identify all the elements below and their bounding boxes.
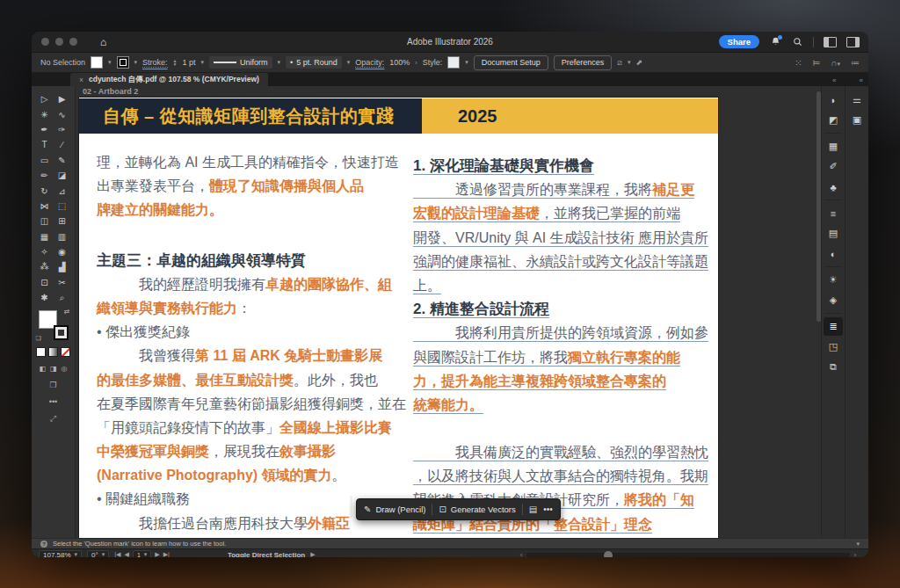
default-fill-stroke-icon[interactable]: ❏ (36, 335, 41, 342)
export-panel-icon[interactable]: ◳ (824, 338, 843, 356)
stroke-weight-value[interactable]: 1 pt (183, 58, 196, 67)
stroke-chevron-down-icon[interactable]: ▾ (134, 59, 138, 66)
gradient-panel-icon[interactable]: ▤ (824, 224, 843, 243)
scroll-right-icon[interactable]: › (854, 552, 856, 557)
gradient-swatch-panel-icon[interactable]: ◩ (824, 111, 843, 129)
draw-pencil-button[interactable]: ✎ Draw (Pencil) (364, 505, 425, 514)
snap-options-icon[interactable]: ∩▾ (831, 58, 840, 68)
search-icon[interactable] (791, 36, 803, 48)
type-tool-icon[interactable]: T (41, 140, 47, 149)
fill-stroke-indicator[interactable]: ⇄ ❏ (39, 310, 69, 340)
share-button[interactable]: Share (719, 35, 759, 48)
zoom-level-select[interactable]: 107.58%▾ (39, 550, 82, 558)
none-button[interactable] (61, 347, 70, 357)
first-artboard-icon[interactable]: |◀ (114, 551, 120, 557)
stroke-weight-chevron-icon[interactable]: ▾ (201, 59, 205, 66)
gradient-button[interactable] (48, 347, 58, 357)
rectangle-tool-icon[interactable]: ▭ (40, 156, 48, 165)
style-swatch[interactable] (447, 56, 460, 69)
stroke-color-swatch[interactable] (117, 56, 129, 69)
swatches-panel-icon[interactable]: ▦ (824, 137, 843, 156)
document-tab[interactable]: × cdyuntech 自傳.pdf @ 107.58 % (CMYK/Prev… (70, 73, 268, 86)
artboards-panel-icon[interactable]: ⧉ (824, 358, 843, 376)
collapse-panels-icon[interactable]: « (832, 76, 836, 84)
document-setup-button[interactable]: Document Setup (474, 55, 548, 70)
workspace-layout-icon[interactable] (824, 37, 837, 47)
direct-selection-tool-icon[interactable]: ▷ (41, 94, 48, 104)
eraser-tool-icon[interactable]: ◪ (58, 171, 66, 180)
appearance-panel-icon[interactable]: ☀ (824, 271, 843, 289)
notifications-bell-icon[interactable] (769, 36, 781, 48)
brush-chevron-icon[interactable]: ▾ (347, 59, 351, 66)
graphic-styles-panel-icon[interactable]: ◈ (824, 291, 843, 309)
stroke-proxy-swatch[interactable] (54, 325, 69, 340)
close-tab-icon[interactable]: × (79, 76, 83, 84)
horizontal-scrollbar[interactable] (526, 553, 849, 557)
grid-options-icon[interactable]: ⁙ (795, 58, 802, 68)
variable-width-chevron-icon[interactable]: ▾ (278, 59, 281, 66)
swap-fill-stroke-icon[interactable]: ⇄ (64, 308, 70, 316)
color-button[interactable] (36, 347, 46, 357)
artboard-label[interactable]: 02 - Artboard 2 (83, 87, 138, 96)
rotate-tool-icon[interactable]: ↻ (40, 186, 47, 196)
blend-tool-icon[interactable]: ◉ (58, 247, 66, 257)
collapse-panels-icon-2[interactable]: « (860, 76, 863, 84)
fill-chevron-down-icon[interactable]: ▾ (108, 59, 112, 66)
align-options-icon[interactable]: ⊨ (813, 58, 821, 68)
opacity-label[interactable]: Opacity: (355, 58, 384, 68)
next-artboard-icon[interactable]: ▶ (155, 551, 159, 557)
perspective-grid-tool-icon[interactable]: ⊞ (58, 216, 65, 226)
pen-tool-icon[interactable]: ✒ (40, 125, 47, 134)
opacity-expand-icon[interactable]: › (415, 60, 417, 66)
canvas-area[interactable]: 02 - Artboard 2 自傳 – 從知識矩陣到整合設計的實踐 2025 … (76, 86, 822, 538)
hand-tool-icon[interactable]: ✱ (40, 293, 47, 302)
artboard-number-field[interactable]: 1▾ (133, 550, 151, 558)
slice-tool-icon[interactable]: ✂ (58, 278, 65, 287)
artboard-tool-icon[interactable]: ⊡ (40, 278, 47, 287)
lasso-tool-icon[interactable]: ∿ (58, 110, 65, 120)
more-options-icon[interactable]: ••• (543, 505, 553, 514)
draw-normal-mode-icon[interactable]: ◧ (39, 365, 46, 373)
draw-behind-mode-icon[interactable]: ◨ (50, 365, 57, 373)
brushes-panel-icon[interactable]: ✐ (824, 157, 843, 176)
horizontal-scrollbar-thumb[interactable] (604, 551, 613, 557)
selection-tool-icon[interactable]: ▶ (59, 94, 66, 104)
column-graph-tool-icon[interactable]: ▟ (59, 262, 66, 272)
draw-inside-mode-icon[interactable]: ◎ (62, 365, 68, 373)
screen-mode-icon[interactable]: ❐ (49, 381, 56, 389)
eyedropper-tool-icon[interactable]: ✧ (40, 247, 47, 257)
edit-toolbar-icon[interactable]: ••• (49, 397, 57, 406)
isolate-icon[interactable]: ⧄ (617, 58, 622, 68)
previous-artboard-icon[interactable]: ◀ (124, 551, 128, 557)
brush-select[interactable]: •5 pt. Round (286, 56, 342, 69)
stroke-label[interactable]: Stroke: (142, 58, 168, 68)
share-document-icon[interactable]: ⬈ (636, 58, 643, 67)
opacity-value[interactable]: 100% (389, 58, 410, 67)
layers-panel-icon[interactable]: ≣ (824, 317, 843, 336)
shape-builder-tool-icon[interactable]: ◫ (40, 216, 48, 226)
image-trace-icon[interactable]: ▤ (529, 505, 537, 514)
libraries-panel-icon[interactable]: ▣ (847, 111, 867, 129)
isolate-chevron-icon[interactable]: ▾ (628, 59, 631, 66)
free-transform-tool-icon[interactable]: ⬚ (58, 201, 66, 211)
symbol-sprayer-tool-icon[interactable]: ⁂ (40, 262, 49, 272)
transparency-panel-icon[interactable]: ◐ (824, 244, 843, 263)
zoom-tool-icon[interactable]: ⌕ (60, 293, 65, 303)
gradient-tool-icon[interactable]: ▥ (58, 232, 66, 242)
paintbrush-tool-icon[interactable]: ✎ (58, 156, 65, 165)
color-panel-icon[interactable]: ◗ (824, 91, 843, 109)
collapse-tools-icon[interactable]: ⤢ (50, 414, 56, 424)
mesh-tool-icon[interactable]: ▦ (40, 232, 48, 242)
width-tool-icon[interactable]: ⋈ (40, 201, 49, 211)
status-expand-icon[interactable]: ▶ (310, 551, 315, 557)
magic-wand-tool-icon[interactable]: ✳ (40, 110, 47, 120)
pencil-tool-icon[interactable]: ✏ (40, 171, 47, 180)
variable-width-select[interactable]: Uniform (209, 56, 272, 69)
generate-vectors-button[interactable]: ⊡ Generate Vectors (439, 505, 515, 514)
document-page[interactable]: 自傳 – 從知識矩陣到整合設計的實踐 2025 理，並轉化為 AI 生成工具的精… (79, 98, 718, 538)
last-artboard-icon[interactable]: ▶| (163, 551, 170, 557)
menu-options-icon[interactable]: ≔ (851, 58, 860, 68)
scroll-left-icon[interactable]: ‹ (520, 552, 522, 557)
preferences-button[interactable]: Preferences (554, 55, 613, 70)
stroke-weight-stepper[interactable]: ▲▼ (173, 59, 178, 66)
